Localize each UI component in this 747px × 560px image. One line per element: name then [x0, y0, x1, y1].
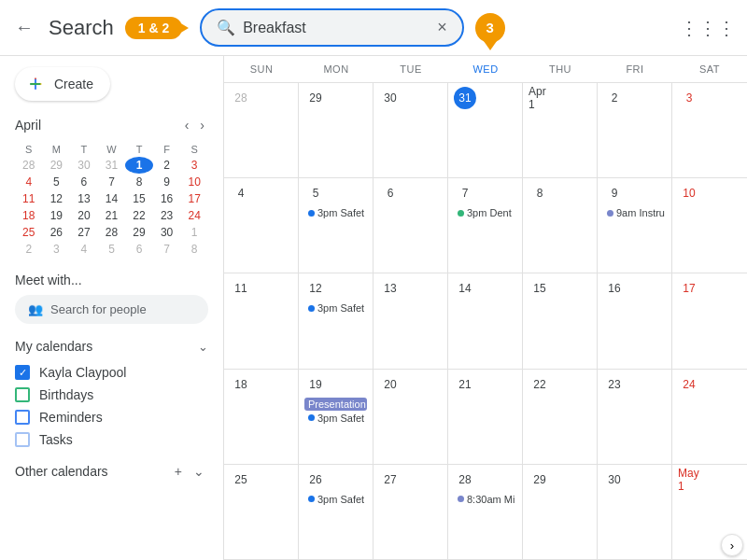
calendar-cell[interactable]: 28: [224, 83, 299, 177]
calendar-cell[interactable]: 11: [224, 273, 299, 368]
calendar-cell[interactable]: 15: [523, 273, 598, 368]
mini-cal-day[interactable]: 21: [98, 207, 126, 224]
calendar-cell[interactable]: 288:30am Mi: [448, 465, 523, 559]
mini-cal-day[interactable]: 6: [125, 241, 153, 258]
calendar-cell[interactable]: 263pm Safet: [299, 465, 374, 559]
mini-cal-day[interactable]: 28: [15, 157, 43, 174]
calendar-cell[interactable]: 30: [374, 83, 448, 177]
scroll-button[interactable]: ›: [721, 534, 743, 556]
calendar-cell[interactable]: 13: [374, 273, 448, 368]
calendar-cell[interactable]: 8: [523, 178, 598, 273]
calendar-event[interactable]: Presentation: [304, 398, 367, 411]
mini-cal-day[interactable]: 25: [15, 224, 43, 241]
mini-cal-day[interactable]: 20: [70, 207, 98, 224]
calendar-cell[interactable]: 30: [598, 465, 672, 559]
calendar-cell[interactable]: Apr 1: [523, 83, 598, 177]
calendar-cell[interactable]: 99am Instru: [598, 178, 672, 273]
people-search[interactable]: 👥 Search for people: [15, 295, 208, 324]
search-input[interactable]: [243, 20, 430, 36]
mini-cal-day[interactable]: 15: [125, 190, 153, 207]
mini-cal-day[interactable]: 18: [15, 207, 43, 224]
mini-cal-day[interactable]: 8: [125, 174, 153, 190]
mini-cal-day[interactable]: 8: [180, 241, 208, 258]
mini-cal-day[interactable]: 29: [43, 157, 71, 174]
calendar-checkbox[interactable]: [15, 432, 30, 447]
calendar-item[interactable]: Tasks: [15, 428, 208, 451]
mini-cal-day[interactable]: 5: [98, 241, 126, 258]
mini-cal-day[interactable]: 3: [180, 157, 208, 174]
calendar-item[interactable]: ✓Kayla Claypool: [15, 361, 208, 384]
mini-cal-day[interactable]: 31: [98, 157, 126, 174]
mini-cal-day[interactable]: 2: [15, 241, 43, 258]
mini-cal-day[interactable]: 27: [70, 224, 98, 241]
mini-cal-day[interactable]: 6: [70, 174, 98, 190]
mini-cal-day[interactable]: 26: [43, 224, 71, 241]
mini-cal-day[interactable]: 10: [180, 174, 208, 190]
other-calendars-collapse[interactable]: ⌄: [190, 462, 208, 481]
calendar-cell[interactable]: 17: [672, 273, 747, 368]
calendar-item[interactable]: Reminders: [15, 406, 208, 428]
mini-cal-day[interactable]: 29: [125, 224, 153, 241]
mini-cal-day[interactable]: 2: [153, 157, 181, 174]
mini-cal-day[interactable]: 30: [70, 157, 98, 174]
calendar-cell[interactable]: 31: [448, 83, 523, 177]
calendar-item[interactable]: Birthdays: [15, 384, 208, 406]
calendar-cell[interactable]: 27: [374, 465, 448, 559]
calendar-cell[interactable]: 24: [672, 370, 747, 464]
calendar-event[interactable]: 3pm Safet: [304, 412, 367, 425]
calendar-cell[interactable]: 21: [448, 370, 523, 464]
calendar-cell[interactable]: 16: [598, 273, 672, 368]
prev-month-button[interactable]: ‹: [181, 116, 193, 134]
calendar-cell[interactable]: 14: [448, 273, 523, 368]
mini-cal-day[interactable]: 9: [153, 174, 181, 190]
calendar-cell[interactable]: 6: [374, 178, 448, 273]
calendar-cell[interactable]: 29: [299, 83, 374, 177]
mini-cal-day[interactable]: 13: [70, 190, 98, 207]
calendar-event[interactable]: 3pm Dent: [454, 206, 516, 219]
calendar-event[interactable]: 3pm Safet: [304, 493, 367, 506]
calendar-cell[interactable]: 22: [523, 370, 598, 464]
mini-cal-day[interactable]: 3: [43, 241, 71, 258]
calendar-checkbox[interactable]: [15, 387, 30, 402]
mini-cal-day[interactable]: 14: [98, 190, 126, 207]
calendar-cell[interactable]: 25: [224, 465, 299, 559]
calendar-cell[interactable]: 53pm Safet: [299, 178, 374, 273]
my-calendars-collapse[interactable]: ⌄: [198, 340, 208, 354]
calendar-cell[interactable]: 23: [598, 370, 672, 464]
mini-cal-day[interactable]: 4: [70, 241, 98, 258]
clear-button[interactable]: ×: [437, 18, 447, 37]
calendar-checkbox[interactable]: [15, 410, 30, 425]
calendar-cell[interactable]: 18: [224, 370, 299, 464]
mini-cal-day[interactable]: 24: [180, 207, 208, 224]
calendar-cell[interactable]: 2: [598, 83, 672, 177]
mini-cal-day[interactable]: 16: [153, 190, 181, 207]
add-other-calendar-button[interactable]: +: [171, 462, 186, 481]
mini-cal-day[interactable]: 7: [153, 241, 181, 258]
calendar-cell[interactable]: 10: [672, 178, 747, 273]
calendar-checkbox[interactable]: ✓: [15, 365, 30, 380]
calendar-event[interactable]: 9am Instru: [603, 206, 666, 219]
calendar-cell[interactable]: 4: [224, 178, 299, 273]
mini-cal-day[interactable]: 19: [43, 207, 71, 224]
calendar-event[interactable]: 3pm Safet: [304, 301, 367, 315]
mini-cal-day[interactable]: 4: [15, 174, 43, 190]
mini-cal-day[interactable]: 1: [125, 157, 153, 174]
mini-cal-day[interactable]: 30: [153, 224, 181, 241]
create-button[interactable]: Create: [15, 67, 110, 101]
mini-cal-day[interactable]: 1: [180, 224, 208, 241]
mini-cal-day[interactable]: 11: [15, 190, 43, 207]
back-button[interactable]: ←: [11, 13, 37, 42]
mini-cal-day[interactable]: 17: [180, 190, 208, 207]
mini-cal-day[interactable]: 5: [43, 174, 71, 190]
calendar-cell[interactable]: 73pm Dent: [448, 178, 523, 273]
mini-cal-day[interactable]: 28: [98, 224, 126, 241]
calendar-cell[interactable]: 29: [523, 465, 598, 559]
mini-cal-day[interactable]: 12: [43, 190, 71, 207]
apps-grid-button[interactable]: ⋮⋮⋮: [680, 17, 736, 39]
next-month-button[interactable]: ›: [196, 116, 208, 134]
mini-cal-day[interactable]: 7: [98, 174, 126, 190]
calendar-cell[interactable]: 20: [374, 370, 448, 464]
mini-cal-day[interactable]: 23: [153, 207, 181, 224]
calendar-event[interactable]: 3pm Safet: [304, 206, 367, 219]
calendar-cell[interactable]: 19Presentation3pm Safet: [299, 370, 374, 464]
